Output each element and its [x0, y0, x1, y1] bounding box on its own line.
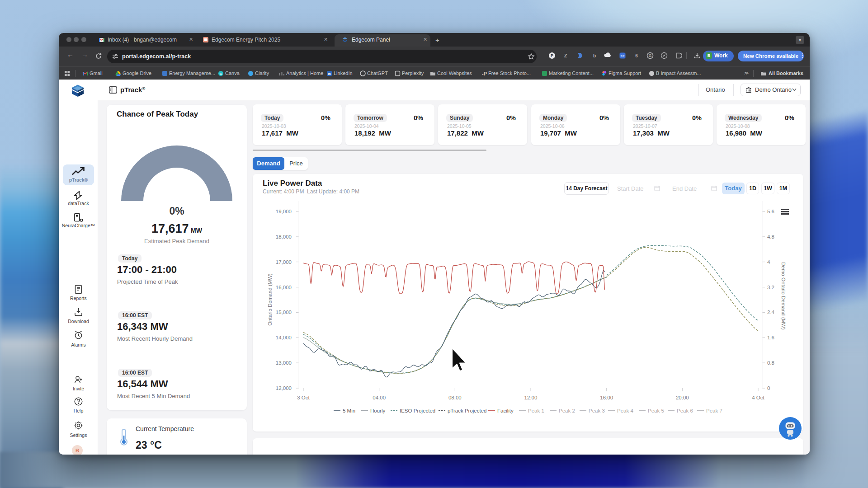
svg-text:Ontario Demand (MW): Ontario Demand (MW) [267, 273, 273, 326]
svg-text:17,000: 17,000 [276, 259, 292, 265]
svg-text:-P: -P [482, 71, 487, 76]
svg-text:08:00: 08:00 [448, 395, 462, 400]
svg-text:12,000: 12,000 [276, 385, 292, 391]
svg-text:G: G [649, 53, 652, 58]
svg-text:6: 6 [635, 53, 638, 58]
svg-text:Hourly: Hourly [370, 408, 385, 413]
svg-text:in: in [328, 72, 331, 76]
svg-text:19,000: 19,000 [276, 209, 292, 214]
svg-text:Peak 4: Peak 4 [617, 408, 633, 413]
svg-text:16,000: 16,000 [276, 285, 292, 290]
svg-text:<>: <> [620, 54, 625, 58]
svg-text:Demo Ontario Demand (MW): Demo Ontario Demand (MW) [781, 262, 786, 330]
svg-text:Peak 6: Peak 6 [677, 408, 693, 413]
svg-text:4.8: 4.8 [767, 234, 774, 239]
svg-text:0.8: 0.8 [767, 360, 774, 366]
svg-text:3.2: 3.2 [767, 285, 774, 290]
svg-text:Peak 7: Peak 7 [706, 408, 722, 413]
svg-text:4: 4 [767, 259, 770, 265]
svg-text:Z: Z [564, 53, 567, 58]
svg-text:0: 0 [767, 385, 770, 391]
svg-text:Peak 1: Peak 1 [528, 408, 544, 413]
svg-text:4 Oct: 4 Oct [752, 395, 764, 400]
svg-text:C: C [220, 72, 222, 76]
svg-text:20:00: 20:00 [676, 395, 689, 400]
svg-text:18,000: 18,000 [276, 234, 292, 239]
svg-text:12:00: 12:00 [524, 395, 538, 400]
svg-text:04:00: 04:00 [373, 395, 386, 400]
svg-text:16:00: 16:00 [600, 395, 613, 400]
svg-text:5 Min: 5 Min [343, 408, 355, 413]
svg-text:3 Oct: 3 Oct [297, 395, 310, 400]
svg-text:Peak 5: Peak 5 [648, 408, 664, 413]
svg-text:2.4: 2.4 [767, 310, 775, 315]
svg-text:Peak 2: Peak 2 [559, 408, 575, 413]
svg-text:Facility: Facility [497, 408, 514, 413]
svg-text:5.6: 5.6 [767, 209, 774, 214]
svg-text:14,000: 14,000 [276, 335, 292, 340]
svg-text:b: b [593, 53, 596, 58]
svg-text:15,000: 15,000 [276, 310, 292, 315]
svg-text:P: P [551, 53, 553, 58]
svg-text:1.6: 1.6 [767, 335, 774, 340]
svg-text:IESO Projected: IESO Projected [400, 408, 435, 413]
svg-text:pTrack Projected: pTrack Projected [448, 408, 487, 413]
svg-text:13,000: 13,000 [276, 360, 292, 366]
svg-text:Peak 3: Peak 3 [589, 408, 605, 413]
